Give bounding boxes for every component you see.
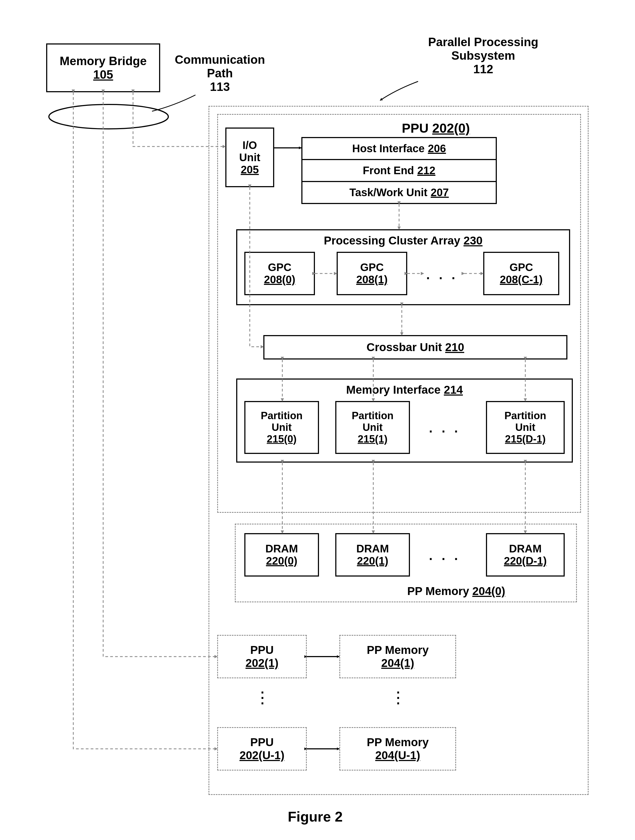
puD-box: Partition Unit 215(D-1)	[486, 401, 565, 454]
ppu0-title: PPU 202(0)	[402, 121, 470, 136]
comm-path-label: Communication Path 113	[174, 53, 266, 93]
gpc0-num: 208(0)	[264, 273, 295, 286]
memory-bridge-num: 105	[93, 68, 113, 81]
pu1-label1: Partition	[352, 410, 393, 422]
puD-num: 215(D-1)	[505, 433, 546, 445]
ppmemU-box: PP Memory 204(U-1)	[339, 727, 456, 771]
ppuU-label: PPU	[250, 736, 274, 749]
host-if-label: Host Interface	[352, 142, 424, 155]
gpc1-box: GPC 208(1)	[337, 252, 407, 295]
ppu0-num: 202(0)	[432, 121, 470, 136]
ppmem-vellipsis1: ...	[396, 687, 400, 703]
dramD-box: DRAM 220(D-1)	[486, 533, 565, 576]
ppmem1-box: PP Memory 204(1)	[339, 635, 456, 678]
pps-num: 112	[423, 62, 543, 76]
pu0-label1: Partition	[261, 410, 302, 422]
ppu1-num: 202(1)	[245, 657, 278, 669]
pu0-label2: Unit	[272, 422, 292, 433]
dramD-num: 220(D-1)	[504, 555, 547, 567]
host-if-num: 206	[428, 142, 446, 155]
dram0-num: 220(0)	[266, 555, 298, 567]
pu0-num: 215(0)	[267, 433, 297, 445]
ppuU-box: PPU 202(U-1)	[217, 727, 307, 771]
pu1-label2: Unit	[363, 422, 383, 433]
dramD-label: DRAM	[509, 543, 542, 555]
host-interface-box: Host Interface206	[301, 137, 497, 160]
dram0-label: DRAM	[266, 543, 298, 555]
figure-caption: Figure 2	[288, 808, 343, 825]
io-unit-num: 205	[241, 164, 259, 176]
gpc0-label: GPC	[268, 261, 291, 273]
pca-num: 230	[463, 234, 483, 247]
memif-label: Memory Interface	[346, 384, 440, 396]
pps-label: Parallel Processing Subsystem 112	[423, 35, 543, 76]
task-work-num: 207	[431, 186, 449, 199]
dram-ellipsis: . . .	[429, 548, 461, 563]
front-end-num: 212	[417, 164, 435, 177]
dram1-box: DRAM 220(1)	[335, 533, 410, 576]
ppuU-num: 202(U-1)	[239, 749, 285, 762]
crossbar-num: 210	[445, 341, 464, 354]
ppmem1-num: 204(1)	[381, 657, 414, 669]
ppu0-label: PPU	[402, 121, 429, 136]
comm-path-num: 113	[174, 80, 266, 93]
memory-bridge-label: Memory Bridge	[60, 54, 147, 68]
front-end-box: Front End212	[301, 159, 497, 182]
gpcC-label: GPC	[510, 261, 533, 273]
task-work-label: Task/Work Unit	[349, 186, 427, 199]
gpcC-num: 208(C-1)	[500, 273, 543, 286]
io-unit-label1: I/O	[242, 139, 257, 152]
crossbar-label: Crossbar Unit	[366, 341, 442, 354]
task-work-box: Task/Work Unit207	[301, 181, 497, 204]
ppu1-box: PPU 202(1)	[217, 635, 307, 678]
svg-point-0	[49, 104, 168, 129]
dram0-box: DRAM 220(0)	[244, 533, 319, 576]
gpc1-label: GPC	[360, 261, 384, 273]
puD-label1: Partition	[504, 410, 546, 422]
ppmem1-label: PP Memory	[367, 644, 429, 657]
dram1-label: DRAM	[356, 543, 389, 555]
memif-num: 214	[444, 384, 463, 396]
pps-label2: Subsystem	[423, 49, 543, 62]
gpc0-box: GPC 208(0)	[244, 252, 315, 295]
io-unit-label2: Unit	[239, 152, 260, 164]
gpcC-box: GPC 208(C-1)	[483, 252, 559, 295]
comm-path-label1: Communication	[174, 53, 266, 66]
pps-label1: Parallel Processing	[423, 35, 543, 49]
gpc-ellipsis: . . .	[426, 267, 458, 282]
ppmem0-title: PP Memory 204(0)	[407, 585, 505, 598]
ppmemU-num: 204(U-1)	[375, 749, 420, 762]
pu-ellipsis: . . .	[429, 420, 461, 436]
dram1-num: 220(1)	[357, 555, 388, 567]
ppu-vellipsis1: ...	[261, 687, 264, 703]
crossbar-box: Crossbar Unit210	[263, 335, 567, 360]
comm-path-label2: Path	[174, 66, 266, 80]
pu0-box: Partition Unit 215(0)	[244, 401, 319, 454]
ppmem0-num: 204(0)	[472, 585, 505, 597]
front-end-label: Front End	[363, 164, 414, 177]
pu1-num: 215(1)	[358, 433, 388, 445]
io-unit-box: I/O Unit 205	[225, 128, 274, 187]
memory-bridge-box: Memory Bridge 105	[46, 43, 160, 92]
gpc1-num: 208(1)	[356, 273, 388, 286]
ppu1-label: PPU	[250, 644, 274, 657]
puD-label2: Unit	[515, 422, 535, 433]
ppmem0-label: PP Memory	[407, 585, 469, 597]
pca-label: Processing Cluster Array	[324, 234, 461, 247]
pu1-box: Partition Unit 215(1)	[335, 401, 410, 454]
ppmemU-label: PP Memory	[367, 736, 429, 749]
